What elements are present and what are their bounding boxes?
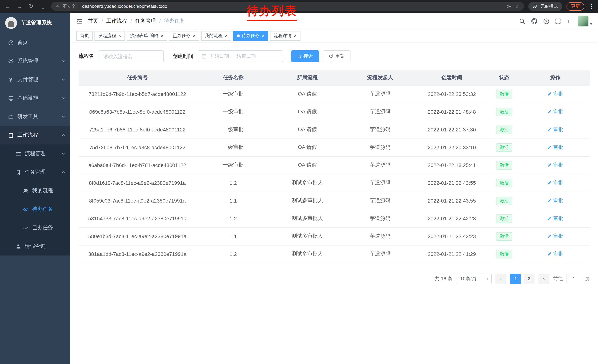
tab-close-icon[interactable]: × [193, 33, 195, 38]
browser-forward-icon[interactable]: → [16, 3, 23, 9]
approve-button[interactable]: 审批 [548, 126, 563, 133]
tab-流程表单-编辑[interactable]: 流程表单-编辑× [126, 31, 167, 40]
tab-close-icon[interactable]: × [225, 33, 228, 38]
reset-button[interactable]: 重置 [323, 50, 350, 62]
browser-back-icon[interactable]: ← [4, 3, 11, 9]
browser-chrome: ← → ↻ ⌂ ⚠ 不安全 dashboard.yudao.iocoder.cn… [0, 0, 598, 13]
next-page-button[interactable]: › [538, 274, 549, 284]
task-id-cell: 73211d9d-7b9b-11ec-b5b7-acde48001122 [79, 85, 196, 103]
prev-page-button[interactable]: ‹ [495, 274, 507, 284]
col-process: 所属流程 [270, 70, 344, 85]
breadcrumb-task-mgmt[interactable]: 任务管理 [135, 18, 156, 24]
workflow-submenu: 流程管理 任务管理 我的流程 待办任务 [0, 145, 70, 256]
sidebar-item-devtools[interactable]: 研发工具 [0, 107, 70, 126]
search-icon[interactable] [519, 18, 525, 24]
table-row: 725a1eb6-7b88-11ec-8ef0-acde48001122一级审批… [79, 121, 590, 138]
approve-button[interactable]: 审批 [548, 108, 563, 115]
edit-pencil-icon [548, 216, 552, 221]
action-cell: 审批 [521, 121, 590, 138]
user-menu[interactable]: ▾ [578, 16, 592, 27]
users-icon [22, 188, 29, 194]
approve-button[interactable]: 审批 [548, 162, 563, 169]
date-range-picker[interactable]: 开始日期 - 结束日期 [198, 50, 283, 62]
approve-button[interactable]: 审批 [548, 144, 563, 151]
tab-发起流程[interactable]: 发起流程× [94, 31, 125, 40]
tab-我的流程[interactable]: 我的流程× [201, 31, 231, 40]
sidebar-item-done-tasks[interactable]: 已办任务 [0, 218, 70, 237]
security-label[interactable]: 不安全 [63, 3, 76, 9]
tab-流程详情[interactable]: 流程详情× [270, 31, 300, 40]
url-text[interactable]: dashboard.yudao.iocoder.cn/bpm/task/todo [82, 4, 503, 9]
help-icon[interactable]: ? [543, 18, 549, 24]
created-cell: 2022-01-22 21:37:30 [416, 121, 488, 138]
tab-close-icon[interactable]: × [294, 33, 297, 38]
edit-pencil-icon [548, 127, 552, 132]
sidebar-item-label: 工作流程 [17, 132, 58, 138]
chevron-up-icon [61, 170, 65, 174]
approve-button[interactable]: 审批 [548, 180, 563, 186]
bookmark-star-icon[interactable]: ☆ [515, 3, 519, 9]
font-size-icon[interactable]: TT [566, 18, 572, 24]
goto-label: 前往 [553, 275, 563, 282]
password-key-icon[interactable] [506, 4, 512, 9]
incognito-label: 无痕模式 [540, 3, 558, 9]
approve-button[interactable]: 审批 [548, 251, 563, 257]
browser-update-button[interactable]: 更新 [566, 2, 584, 11]
edit-pencil-icon [548, 92, 552, 96]
task-id-cell: 8f0d1619-7ac8-11ec-a9e2-a2380e71991a [79, 174, 196, 192]
approve-button[interactable]: 审批 [548, 91, 563, 97]
chevron-down-icon: ▾ [486, 277, 488, 281]
sidebar-item-workflow[interactable]: 工作流程 [0, 126, 70, 145]
sidebar-item-task-mgmt[interactable]: 任务管理 [0, 163, 70, 181]
tab-已办任务[interactable]: 已办任务× [169, 31, 199, 40]
caret-down-icon: ▾ [590, 22, 592, 27]
task-id-cell: 725a1eb6-7b88-11ec-8ef0-acde48001122 [79, 121, 196, 138]
sidebar-item-infrastructure[interactable]: 基础设施 [0, 89, 70, 107]
sidebar-item-system[interactable]: 系统管理 [0, 52, 70, 70]
created-cell: 2022-01-21 22:43:55 [416, 192, 488, 210]
sidebar-item-payment[interactable]: ¥ 支付管理 [0, 70, 70, 89]
tab-bar: 首页发起流程×流程表单-编辑×已办任务×我的流程×待办任务×流程详情× [70, 30, 598, 42]
sidebar-item-leave-query[interactable]: 请假查询 [0, 237, 70, 256]
bookmark-icon [15, 170, 22, 175]
address-bar[interactable]: ⚠ 不安全 dashboard.yudao.iocoder.cn/bpm/tas… [51, 2, 524, 11]
app-logo-row[interactable]: 芋道管理系统 [0, 13, 70, 33]
approve-button[interactable]: 审批 [548, 233, 563, 240]
page-size-select[interactable]: 10条/页 ▾ [457, 274, 492, 284]
browser-home-icon[interactable]: ⌂ [39, 3, 47, 9]
approve-button[interactable]: 审批 [548, 215, 563, 222]
tab-待办任务[interactable]: 待办任务× [233, 31, 268, 40]
browser-reload-icon[interactable]: ↻ [27, 3, 35, 10]
page-button-1[interactable]: 1 [510, 274, 521, 284]
process-name-label: 流程名 [79, 53, 94, 60]
search-button[interactable]: 搜索 [291, 50, 319, 62]
edit-pencil-icon [548, 163, 552, 167]
hamburger-icon[interactable] [75, 18, 84, 24]
browser-menu-icon[interactable]: ⋮ [589, 3, 594, 10]
avatar[interactable] [578, 16, 589, 27]
sidebar-item-my-process[interactable]: 我的流程 [0, 181, 70, 200]
chevron-up-icon [61, 133, 65, 137]
tab-首页[interactable]: 首页 [76, 31, 93, 40]
sidebar-item-home[interactable]: 首页 [0, 33, 70, 52]
goto-page-input[interactable] [566, 274, 581, 284]
tab-close-icon[interactable]: × [161, 33, 163, 38]
breadcrumb-home[interactable]: 首页 [88, 18, 98, 24]
screen: ← → ↻ ⌂ ⚠ 不安全 dashboard.yudao.iocoder.cn… [0, 0, 598, 364]
process-name-input[interactable] [99, 50, 164, 62]
task-name-cell: 一级审批 [196, 138, 270, 156]
status-badge: 激活 [496, 90, 512, 98]
fullscreen-icon[interactable] [555, 18, 561, 24]
tab-close-icon[interactable]: × [262, 33, 265, 38]
sidebar-item-todo-tasks[interactable]: 待办任务 [0, 200, 70, 218]
main-area: 首页 / 工作流程 / 任务管理 / 待办任务 ? TT ▾ [70, 13, 598, 364]
tab-close-icon[interactable]: × [118, 33, 121, 38]
initiator-cell: 芋道源码 [344, 245, 416, 263]
page-button-2[interactable]: 2 [523, 274, 535, 284]
sidebar-item-process-mgmt[interactable]: 流程管理 [0, 145, 70, 163]
breadcrumb-workflow[interactable]: 工作流程 [106, 18, 127, 24]
github-icon[interactable] [531, 18, 537, 24]
process-cell: 测试多审批人 [270, 245, 344, 263]
approve-button[interactable]: 审批 [548, 197, 563, 204]
process-cell: OA 请假 [270, 156, 344, 174]
